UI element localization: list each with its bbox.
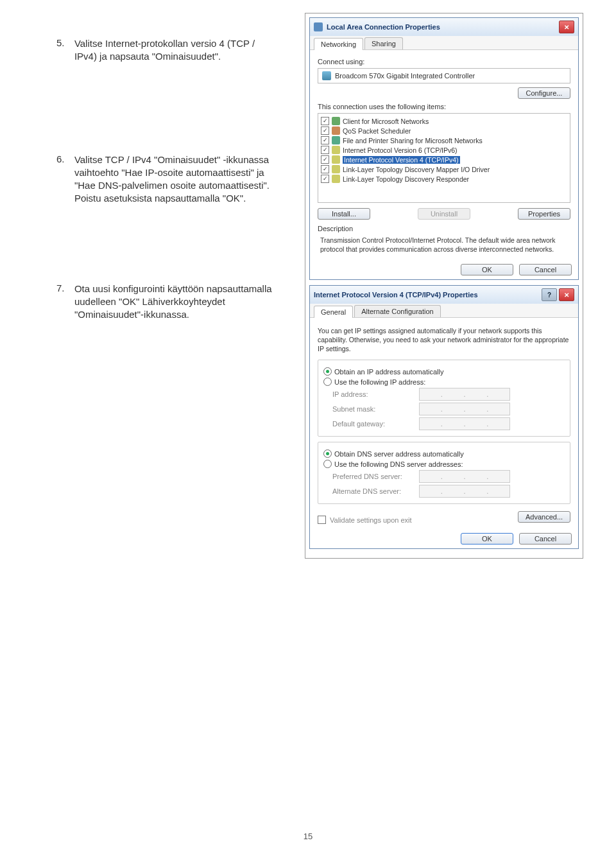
validate-checkbox[interactable]: Validate settings upon exit <box>318 516 412 524</box>
client-icon <box>332 117 340 125</box>
checkbox-icon[interactable]: ✓ <box>321 165 329 173</box>
protocol-icon <box>332 165 340 173</box>
dialog-title: Local Area Connection Properties <box>327 23 559 31</box>
step-text: Valitse Internet-protokollan versio 4 (T… <box>74 37 280 64</box>
ok-button[interactable]: OK <box>461 264 513 275</box>
radio-label: Obtain an IP address automatically <box>334 368 443 376</box>
ip-input: ... <box>419 470 510 483</box>
list-item: ✓QoS Packet Scheduler <box>321 126 567 135</box>
page-number: 15 <box>0 832 616 841</box>
protocol-icon <box>332 155 340 164</box>
checkbox-label: Validate settings upon exit <box>330 516 412 524</box>
service-icon <box>332 136 340 144</box>
description-label: Description <box>318 225 570 232</box>
protocol-icon <box>332 175 340 183</box>
tab-sharing[interactable]: Sharing <box>364 37 403 49</box>
protocol-icon <box>332 146 340 154</box>
network-icon <box>314 22 323 31</box>
radio-icon[interactable] <box>323 449 332 458</box>
list-item-selected: ✓Internet Protocol Version 4 (TCP/IPv4) <box>321 155 567 164</box>
step-text: Ota uusi konfigurointi käyttöön napsautt… <box>74 283 280 322</box>
field-label: Subnet mask: <box>332 405 419 413</box>
item-label: Internet Protocol Version 4 (TCP/IPv4) <box>343 156 460 164</box>
gateway-row: Default gateway: ... <box>323 417 565 430</box>
dns-group: Obtain DNS server address automatically … <box>318 442 570 504</box>
description-text: Transmission Control Protocol/Internet P… <box>318 235 570 255</box>
radio-icon[interactable] <box>323 460 332 468</box>
subnet-row: Subnet mask: ... <box>323 403 565 415</box>
properties-button[interactable]: Properties <box>518 208 570 220</box>
service-icon <box>332 126 340 135</box>
cancel-button[interactable]: Cancel <box>519 264 572 275</box>
radio-use-ip[interactable]: Use the following IP address: <box>323 378 565 386</box>
item-label: QoS Packet Scheduler <box>343 127 411 135</box>
radio-auto-ip[interactable]: Obtain an IP address automatically <box>323 367 565 376</box>
adapter-name: Broadcom 570x Gigabit Integrated Control… <box>335 72 475 80</box>
item-label: Internet Protocol Version 6 (TCP/IPv6) <box>343 146 458 154</box>
screenshot-panel: Local Area Connection Properties ✕ Netwo… <box>305 13 583 559</box>
help-icon[interactable]: ? <box>542 288 557 301</box>
ipv4-properties-dialog: Internet Protocol Version 4 (TCP/IPv4) P… <box>309 285 579 549</box>
tab-networking[interactable]: Networking <box>314 38 363 50</box>
list-item: ✓File and Printer Sharing for Microsoft … <box>321 135 567 145</box>
titlebar[interactable]: Local Area Connection Properties ✕ <box>310 18 578 36</box>
ip-address-row: IP address: ... <box>323 388 565 401</box>
item-label: Link-Layer Topology Discovery Responder <box>343 175 469 183</box>
radio-use-dns[interactable]: Use the following DNS server addresses: <box>323 460 565 468</box>
field-label: IP address: <box>332 390 419 398</box>
adapter-box[interactable]: Broadcom 570x Gigabit Integrated Control… <box>318 68 570 83</box>
cancel-button[interactable]: Cancel <box>519 533 572 545</box>
connect-using-label: Connect using: <box>318 58 570 65</box>
uninstall-button: Uninstall <box>418 208 470 220</box>
step-text: Valitse TCP / IPv4 "Ominaisuudet" -ikkun… <box>74 153 280 205</box>
checkbox-icon[interactable]: ✓ <box>321 136 329 144</box>
list-item: ✓Link-Layer Topology Discovery Mapper I/… <box>321 164 567 174</box>
field-label: Default gateway: <box>332 420 419 428</box>
checkbox-icon[interactable] <box>318 516 326 524</box>
ip-group: Obtain an IP address automatically Use t… <box>318 360 570 437</box>
list-item: ✓Internet Protocol Version 6 (TCP/IPv6) <box>321 145 567 155</box>
close-icon[interactable]: ✕ <box>559 21 574 33</box>
alt-dns-row: Alternate DNS server: ... <box>323 485 565 498</box>
ok-button[interactable]: OK <box>461 533 513 545</box>
configure-button[interactable]: Configure... <box>518 87 570 99</box>
radio-label: Obtain DNS server address automatically <box>334 450 464 458</box>
advanced-button[interactable]: Advanced... <box>518 511 570 523</box>
lan-properties-dialog: Local Area Connection Properties ✕ Netwo… <box>309 17 579 280</box>
radio-icon[interactable] <box>323 367 332 376</box>
intro-text: You can get IP settings assigned automat… <box>318 327 570 353</box>
step-7: 7. Ota uusi konfigurointi käyttöön napsa… <box>56 283 287 322</box>
step-number: 5. <box>56 37 72 48</box>
tab-alternate[interactable]: Alternate Configuration <box>354 305 441 317</box>
ip-input: ... <box>419 417 510 430</box>
install-button[interactable]: Install... <box>318 208 370 220</box>
ip-input: ... <box>419 403 510 415</box>
checkbox-icon[interactable]: ✓ <box>321 146 329 154</box>
checkbox-icon[interactable]: ✓ <box>321 117 329 125</box>
item-label: Link-Layer Topology Discovery Mapper I/O… <box>343 166 490 173</box>
instruction-list: 5. Valitse Internet-protokollan versio 4… <box>56 37 287 360</box>
adapter-icon <box>322 71 331 80</box>
tab-general[interactable]: General <box>314 306 353 318</box>
titlebar[interactable]: Internet Protocol Version 4 (TCP/IPv4) P… <box>310 286 578 304</box>
items-listbox[interactable]: ✓Client for Microsoft Networks ✓QoS Pack… <box>318 113 570 203</box>
step-number: 6. <box>56 153 72 164</box>
checkbox-icon[interactable]: ✓ <box>321 155 329 164</box>
step-6: 6. Valitse TCP / IPv4 "Ominaisuudet" -ik… <box>56 153 287 205</box>
ip-input: ... <box>419 388 510 401</box>
field-label: Preferred DNS server: <box>332 473 419 480</box>
pref-dns-row: Preferred DNS server: ... <box>323 470 565 483</box>
ip-input: ... <box>419 485 510 498</box>
checkbox-icon[interactable]: ✓ <box>321 175 329 183</box>
tab-row: General Alternate Configuration <box>310 304 578 318</box>
list-item: ✓Link-Layer Topology Discovery Responder <box>321 174 567 184</box>
close-icon[interactable]: ✕ <box>559 288 574 301</box>
radio-icon[interactable] <box>323 378 332 386</box>
radio-auto-dns[interactable]: Obtain DNS server address automatically <box>323 449 565 458</box>
checkbox-icon[interactable]: ✓ <box>321 126 329 135</box>
field-label: Alternate DNS server: <box>332 487 419 495</box>
dialog-title: Internet Protocol Version 4 (TCP/IPv4) P… <box>314 291 542 299</box>
step-number: 7. <box>56 283 72 293</box>
radio-label: Use the following DNS server addresses: <box>334 460 463 468</box>
step-5: 5. Valitse Internet-protokollan versio 4… <box>56 37 287 64</box>
